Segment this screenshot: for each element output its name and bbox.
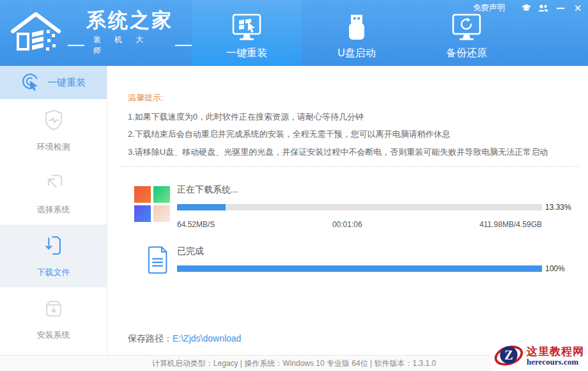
sidebar-item-label: 环境检测 [37,141,70,153]
completed-status-text: 已完成 [177,246,578,257]
header-controls: 免费声明 ✕ [473,3,583,13]
app-subtitle: 装 机 大 师 [89,35,170,56]
target-cursor-icon [21,72,40,93]
completed-progress-bar [177,265,542,272]
svg-text:Z: Z [504,348,513,362]
monitor-restore-icon [451,9,482,42]
sidebar-item-reinstall[interactable]: 一键重装 [0,66,107,99]
close-button[interactable]: ✕ [573,3,583,13]
tab-label: U盘启动 [337,47,376,60]
completed-progress-group: 已完成 100% [134,246,578,277]
watermark-site-name: 这里教程网 [527,345,584,358]
tips-panel: 温馨提示: 1.如果下载速度为0，此时软件正在搜索资源，请耐心等待几分钟 2.下… [107,66,588,157]
app-window: 系统之家 装 机 大 师 [0,0,588,371]
tips-title: 温馨提示: [128,92,578,104]
shield-pulse-icon [42,108,65,134]
download-stats-row: 64.52MB/S 00:01:06 411.98MB/4.59GB [177,220,578,229]
usb-drive-icon [344,9,369,42]
monitor-windows-icon [231,9,262,42]
watermark-text: 这里教程网 herecours.com [527,345,584,367]
header: 系统之家 装 机 大 师 [0,0,588,66]
download-file-icon [42,233,65,260]
main-tabs: 一键重装 U盘启动 [192,0,522,66]
select-cursor-icon [42,171,65,197]
download-progress-group: 正在下载系统... 13.33% 64.52MB/S 00:01:06 411.… [134,184,578,229]
app-logo: 系统之家 装 机 大 师 [0,0,192,66]
download-progress-body: 正在下载系统... 13.33% 64.52MB/S 00:01:06 411.… [177,184,578,229]
tab-label: 一键重装 [226,47,267,60]
watermark-site-url: herecours.com [527,358,584,367]
app-body: 一键重装 环境检测 选择系统 [0,66,588,355]
sidebar-item-install-system[interactable]: 安装系统 [0,287,107,350]
windows-logo-icon [134,184,177,229]
app-subtitle-row: 装 机 大 师 [68,35,192,56]
download-elapsed-time: 00:01:06 [332,220,362,229]
tab-label: 备份还原 [446,47,487,60]
free-disclaimer-link[interactable]: 免费声明 [473,3,505,13]
sidebar-item-label: 选择系统 [37,204,70,216]
watermark-z-logo-icon: Z [494,342,523,371]
subtitle-dash-right [175,45,192,46]
completed-percent-label: 100% [542,264,578,273]
house-logo-icon [9,11,63,56]
sidebar-item-env-check[interactable]: 环境检测 [0,99,107,162]
document-icon [134,246,177,277]
tip-line-2: 2.下载结束后会自动重启并完成系统的安装，全程无需干预，您可以离开电脑请稍作休息 [128,130,578,139]
tip-line-1: 1.如果下载速度为0，此时软件正在搜索资源，请耐心等待几分钟 [128,113,578,122]
main-content: 温馨提示: 1.如果下载速度为0，此时软件正在搜索资源，请耐心等待几分钟 2.下… [107,66,588,355]
sidebar-item-download-file[interactable]: 下载文件 [0,225,107,287]
dashed-divider [120,166,578,167]
sidebar: 一键重装 环境检测 选择系统 [0,66,107,355]
tip-line-3: 3.请移除U盘、移动硬盘、光驱里的光盘，并保证安装过程中不会断电，否则重装可能失… [128,148,578,157]
app-title: 系统之家 [86,10,173,31]
minimize-button[interactable] [555,3,566,13]
download-speed: 64.52MB/S [177,220,215,229]
watermark: Z 这里教程网 herecours.com [491,342,588,371]
completed-progress-row: 100% [177,264,578,273]
tab-reinstall[interactable]: 一键重装 [192,0,302,66]
subtitle-dash-left [68,45,84,46]
download-status-text: 正在下载系统... [177,184,578,196]
download-progress-row: 13.33% [177,203,578,212]
sidebar-item-select-system[interactable]: 选择系统 [0,162,107,225]
logo-text: 系统之家 装 机 大 师 [68,10,192,56]
save-path-link[interactable]: E:\Zjds\download [173,333,241,343]
download-percent-label: 13.33% [542,203,578,212]
download-size: 411.98MB/4.59GB [479,220,542,229]
download-progress-bar [177,204,542,210]
status-bar-text: 计算机启动类型：Legacy | 操作系统：Windows 10 专业版 64位… [152,358,436,369]
completed-progress-body: 已完成 100% [177,246,578,277]
user-group-icon[interactable] [538,3,548,13]
sidebar-item-label: 安装系统 [37,329,70,341]
tab-usb-boot[interactable]: U盘启动 [302,0,412,66]
install-box-icon [42,296,65,322]
sidebar-item-label: 一键重装 [47,77,86,89]
customer-service-icon[interactable] [521,3,531,13]
sidebar-item-label: 下载文件 [37,267,70,278]
save-path-label: 保存路径： [128,333,173,343]
